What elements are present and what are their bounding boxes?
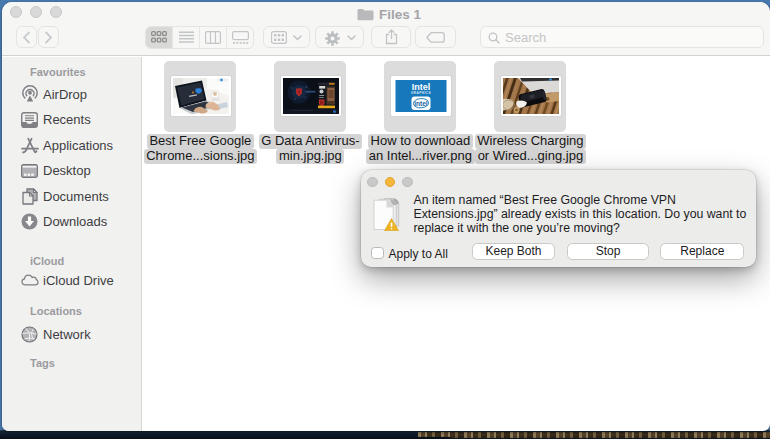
svg-text:GRAPHICS: GRAPHICS [411, 91, 431, 95]
svg-text:intel: intel [414, 100, 428, 107]
